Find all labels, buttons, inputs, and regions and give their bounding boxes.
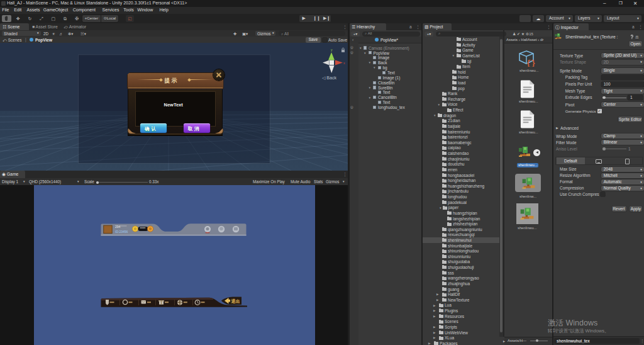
svg-text:退出: 退出 bbox=[231, 298, 240, 303]
svg-text:◁ Back: ◁ Back bbox=[322, 76, 336, 80]
svg-text:y: y bbox=[331, 48, 333, 52]
svg-text:*****: ***** bbox=[140, 227, 146, 230]
svg-text:ID:23456: ID:23456 bbox=[115, 230, 128, 234]
svg-text:{}: {} bbox=[526, 59, 535, 67]
svg-text:294*****: 294***** bbox=[115, 225, 126, 229]
svg-text:x: x bbox=[343, 61, 345, 65]
